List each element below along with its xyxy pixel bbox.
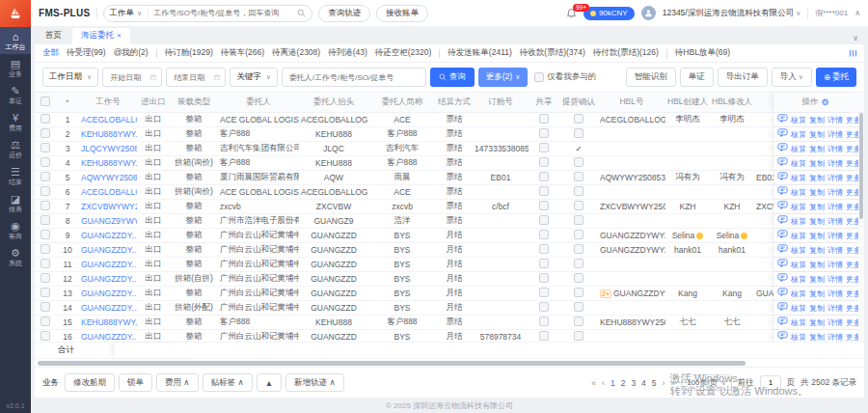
document-button[interactable]: 单证 — [680, 68, 714, 87]
shared-checkbox[interactable] — [539, 215, 549, 225]
op-link-4[interactable]: 更多∨ — [846, 158, 858, 169]
gear-icon[interactable]: ⚙ — [821, 97, 828, 107]
op-link-2[interactable]: 复制 — [809, 187, 825, 198]
message-icon[interactable] — [777, 331, 788, 342]
keyword-input[interactable] — [282, 68, 426, 87]
vertical-scrollbar[interactable] — [858, 113, 864, 342]
status-tab[interactable]: @我的(2) — [114, 47, 149, 59]
status-tab[interactable]: 待装车(266) — [221, 47, 264, 59]
row-checkbox[interactable] — [41, 201, 50, 210]
job-number-link[interactable]: GUANGZ9YWY... — [79, 216, 137, 226]
status-tab[interactable]: 待还空柜(2320) — [375, 47, 432, 59]
op-link-4[interactable]: 更多∨ — [846, 216, 858, 227]
batch-action-button[interactable]: ▲ — [257, 373, 282, 392]
sidebar-item-partners[interactable]: ◉客商 — [0, 216, 31, 243]
horizontal-scrollbar[interactable] — [35, 359, 864, 367]
job-number-link[interactable]: ACEGLOBALLO... — [79, 187, 137, 197]
shared-checkbox[interactable] — [539, 114, 549, 124]
op-link-3[interactable]: 详情 — [827, 216, 843, 227]
op-link-1[interactable]: 核算 — [791, 231, 806, 241]
op-link-3[interactable]: 详情 — [827, 129, 843, 140]
pickup-checkbox[interactable] — [574, 157, 583, 167]
shared-checkbox[interactable] — [539, 230, 549, 239]
job-number-link[interactable]: GUANGZZDY... — [79, 289, 137, 298]
global-search-input[interactable] — [149, 9, 295, 17]
row-checkbox[interactable] — [41, 273, 50, 283]
app-logo-icon[interactable] — [0, 0, 31, 27]
batch-action-button[interactable]: 贴标签 ∧ — [203, 373, 253, 392]
shared-checkbox[interactable] — [539, 128, 549, 138]
op-link-4[interactable]: 更多∨ — [846, 231, 858, 241]
op-link-1[interactable]: 核算 — [791, 202, 806, 212]
row-checkbox[interactable] — [41, 259, 50, 268]
company-select[interactable]: 12345/深圳运海云物流科技有限公司 ∨ — [663, 8, 801, 19]
tabbar-collapse-icon[interactable]: ∨ — [849, 34, 862, 44]
pickup-checkbox[interactable] — [574, 215, 583, 225]
receive-bill-button[interactable]: 接收账单 — [376, 5, 428, 22]
notification-bell-icon[interactable]: 99+ — [566, 8, 577, 18]
tab-home[interactable]: 首页 — [37, 28, 70, 44]
message-icon[interactable] — [777, 186, 788, 198]
op-link-2[interactable]: 复制 — [809, 173, 825, 183]
row-checkbox[interactable] — [41, 114, 50, 124]
pickup-checkbox[interactable] — [574, 230, 583, 239]
op-link-3[interactable]: 详情 — [827, 317, 843, 328]
start-date-field[interactable] — [108, 72, 148, 83]
batch-action-button[interactable]: 锁单 — [119, 373, 152, 392]
status-tab[interactable]: 待到港(43) — [328, 47, 367, 59]
message-icon[interactable] — [777, 114, 788, 125]
shared-checkbox[interactable] — [539, 244, 549, 254]
op-link-2[interactable]: 复制 — [809, 245, 825, 256]
op-link-1[interactable]: 核算 — [791, 129, 806, 140]
op-link-4[interactable]: 更多∨ — [846, 260, 858, 270]
pickup-checkbox[interactable] — [574, 201, 583, 210]
goto-page-input[interactable] — [760, 375, 781, 390]
row-checkbox[interactable] — [41, 288, 50, 297]
op-link-2[interactable]: 复制 — [809, 144, 825, 154]
page-size-select[interactable]: 100条/页 ∨ — [681, 374, 732, 391]
shared-checkbox[interactable] — [539, 331, 549, 341]
hbl-count-badge[interactable]: 2+ — [600, 289, 611, 298]
pickup-checkbox[interactable] — [574, 317, 583, 326]
batch-action-button[interactable]: 修改船期 — [65, 373, 115, 392]
status-tab[interactable]: 待HBL放单(69) — [675, 47, 730, 59]
op-link-2[interactable]: 复制 — [809, 274, 825, 285]
pickup-checkbox[interactable] — [574, 302, 583, 312]
row-checkbox[interactable] — [41, 302, 50, 312]
op-link-1[interactable]: 核算 — [791, 245, 806, 256]
op-link-3[interactable]: 详情 — [827, 187, 843, 198]
pickup-checkbox[interactable] — [574, 259, 583, 268]
smart-recognition-button[interactable]: 智能识别 — [626, 68, 676, 87]
create-consignment-button[interactable]: ⊕ 委托 — [816, 68, 856, 87]
export-orders-button[interactable]: 导出订单 — [718, 68, 768, 87]
pickup-checkbox[interactable] — [574, 288, 583, 297]
sidebar-item-system[interactable]: ⚙系统 — [0, 243, 31, 270]
op-link-2[interactable]: 复制 — [809, 260, 825, 270]
op-link-1[interactable]: 核算 — [791, 303, 806, 314]
first-page-button[interactable]: « — [591, 378, 596, 388]
message-icon[interactable] — [777, 128, 788, 140]
message-icon[interactable] — [777, 273, 788, 285]
op-link-3[interactable]: 详情 — [827, 274, 843, 285]
op-link-2[interactable]: 复制 — [809, 158, 825, 169]
op-link-2[interactable]: 复制 — [809, 303, 825, 314]
page-number-5[interactable]: 5 — [652, 378, 657, 388]
row-checkbox[interactable] — [41, 157, 50, 167]
op-link-1[interactable]: 核算 — [791, 274, 806, 285]
search-scope-select[interactable]: 工作单 ∨ — [104, 8, 149, 19]
view-settings-icon[interactable]: ☰ — [848, 49, 857, 57]
batch-action-button[interactable]: 新增轨迹 ∧ — [285, 373, 344, 392]
start-date-input[interactable] — [102, 68, 162, 87]
job-number-link[interactable]: GUANGZZDY... — [79, 303, 137, 313]
message-icon[interactable] — [777, 172, 788, 183]
page-number-3[interactable]: 3 — [631, 378, 636, 388]
track-query-button[interactable]: 查询轨迹 — [318, 5, 370, 22]
op-link-3[interactable]: 详情 — [827, 260, 843, 270]
status-tab[interactable]: 待发送账单(2411) — [448, 47, 511, 59]
job-number-link[interactable]: GUANGZZDY... — [79, 332, 137, 342]
page-number-1[interactable]: 1 — [610, 378, 615, 388]
checkbox-icon[interactable] — [534, 72, 544, 82]
op-link-1[interactable]: 核算 — [791, 173, 806, 183]
op-link-1[interactable]: 核算 — [791, 317, 806, 328]
shared-checkbox[interactable] — [539, 201, 549, 210]
